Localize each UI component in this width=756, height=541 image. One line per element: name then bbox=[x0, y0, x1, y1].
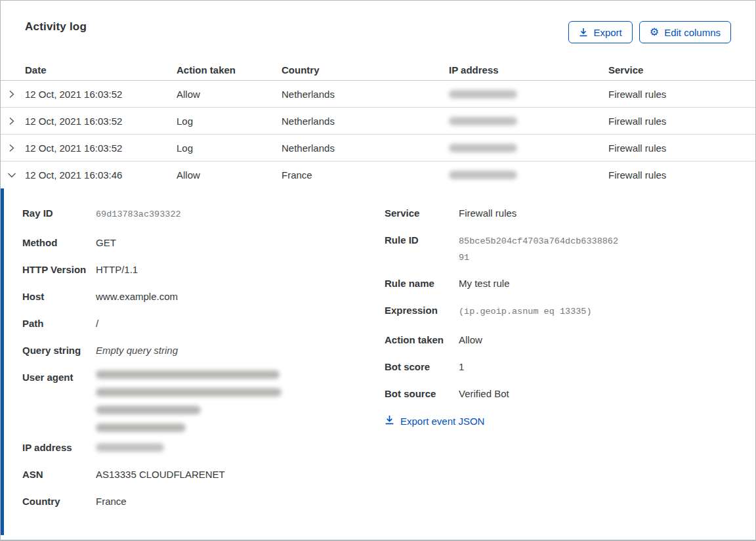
detail-label: Bot score bbox=[385, 360, 459, 374]
cell-service: Firewall rules bbox=[608, 116, 755, 127]
cell-date: 12 Oct, 2021 16:03:52 bbox=[25, 116, 177, 127]
detail-value: Allow bbox=[459, 333, 482, 347]
event-detail-panel: Ray ID 69d13783ac393322 Method GET HTTP … bbox=[1, 188, 755, 535]
detail-entry-user-agent: User agent bbox=[22, 370, 385, 432]
edit-columns-button-label: Edit columns bbox=[664, 27, 721, 38]
panel-header: Activity log Export ⚙ Edit columns bbox=[1, 1, 755, 60]
column-header-service: Service bbox=[608, 64, 755, 76]
cell-action: Allow bbox=[177, 89, 282, 100]
detail-entry-bot-score: Bot score 1 bbox=[385, 360, 736, 374]
detail-value: www.example.com bbox=[96, 290, 178, 303]
detail-value: / bbox=[96, 316, 98, 330]
detail-label: IP address bbox=[22, 441, 96, 454]
detail-label: Rule name bbox=[385, 276, 459, 290]
detail-entry-country: Country France bbox=[22, 494, 385, 508]
detail-label: Method bbox=[22, 236, 96, 249]
cell-country: Netherlands bbox=[282, 142, 449, 154]
detail-left-column: Ray ID 69d13783ac393322 Method GET HTTP … bbox=[22, 206, 385, 521]
detail-entry-method: Method GET bbox=[22, 236, 385, 249]
redacted-ip-address bbox=[449, 144, 517, 152]
export-button-label: Export bbox=[593, 27, 621, 38]
detail-right-column: Service Firewall rules Rule ID 85bce5b20… bbox=[385, 206, 736, 427]
redacted-ip-address bbox=[449, 117, 517, 125]
table-row[interactable]: 12 Oct, 2021 16:03:52 Log Netherlands Fi… bbox=[1, 108, 755, 135]
detail-value: Firewall rules bbox=[459, 206, 516, 220]
detail-value: (ip.geoip.asnum eq 13335) bbox=[459, 303, 592, 320]
cell-date: 12 Oct, 2021 16:03:46 bbox=[25, 169, 177, 181]
detail-entry-http-version: HTTP Version HTTP/1.1 bbox=[22, 263, 385, 276]
detail-entry-action-taken: Action taken Allow bbox=[385, 333, 736, 347]
detail-entry-rule-id: Rule ID 85bce5b204cf4703a764dcb633886291 bbox=[385, 233, 736, 266]
detail-entry-ray-id: Ray ID 69d13783ac393322 bbox=[22, 206, 385, 223]
table-row[interactable]: 12 Oct, 2021 16:03:52 Log Netherlands Fi… bbox=[1, 135, 755, 162]
detail-label: HTTP Version bbox=[22, 263, 96, 276]
toolbar: Export ⚙ Edit columns bbox=[568, 21, 731, 43]
activity-log-panel: Activity log Export ⚙ Edit columns Date … bbox=[0, 0, 756, 541]
cell-action: Log bbox=[177, 116, 282, 127]
download-icon bbox=[579, 28, 588, 37]
redacted-ip-address bbox=[96, 443, 164, 452]
expand-chevron-right-icon[interactable] bbox=[6, 142, 17, 154]
cell-country: France bbox=[282, 169, 449, 181]
detail-label: Expression bbox=[385, 303, 459, 317]
detail-entry-expression: Expression (ip.geoip.asnum eq 13335) bbox=[385, 303, 736, 320]
detail-entry-ip-address: IP address bbox=[22, 441, 385, 454]
cell-action: Log bbox=[177, 142, 282, 154]
detail-entry-host: Host www.example.com bbox=[22, 290, 385, 303]
detail-label: Path bbox=[22, 316, 96, 330]
detail-value: GET bbox=[96, 236, 116, 249]
column-header-action: Action taken bbox=[177, 64, 282, 76]
detail-entry-bot-source: Bot source Verified Bot bbox=[385, 387, 736, 400]
detail-label: User agent bbox=[22, 370, 96, 384]
detail-label: Rule ID bbox=[385, 233, 459, 247]
expand-chevron-right-icon[interactable] bbox=[6, 116, 17, 127]
detail-value: 1 bbox=[459, 360, 464, 374]
cell-service: Firewall rules bbox=[608, 169, 755, 181]
redacted-ip-address bbox=[449, 90, 517, 98]
export-event-json-link[interactable]: Export event JSON bbox=[385, 415, 484, 427]
detail-value: Verified Bot bbox=[459, 387, 509, 400]
export-button[interactable]: Export bbox=[568, 21, 632, 43]
column-header-ip: IP address bbox=[449, 64, 608, 76]
column-header-country: Country bbox=[282, 64, 449, 76]
detail-value: Empty query string bbox=[96, 343, 178, 357]
detail-label: Host bbox=[22, 290, 96, 303]
cell-service: Firewall rules bbox=[608, 89, 755, 100]
table-row[interactable]: 12 Oct, 2021 16:03:52 Allow Netherlands … bbox=[1, 81, 755, 108]
detail-entry-rule-name: Rule name My test rule bbox=[385, 276, 736, 290]
export-event-json-label: Export event JSON bbox=[400, 416, 484, 427]
table-header-row: Date Action taken Country IP address Ser… bbox=[1, 60, 755, 81]
cell-country: Netherlands bbox=[282, 89, 449, 100]
cell-country: Netherlands bbox=[282, 116, 449, 127]
cell-date: 12 Oct, 2021 16:03:52 bbox=[25, 89, 177, 100]
table-row-expanded[interactable]: 12 Oct, 2021 16:03:46 Allow France Firew… bbox=[1, 162, 755, 188]
detail-label: ASN bbox=[22, 467, 96, 481]
detail-label: Bot source bbox=[385, 387, 459, 400]
detail-value: My test rule bbox=[459, 276, 510, 290]
detail-value: 85bce5b204cf4703a764dcb633886291 bbox=[459, 233, 620, 266]
detail-entry-service: Service Firewall rules bbox=[385, 206, 736, 220]
detail-label: Ray ID bbox=[22, 206, 96, 220]
download-icon bbox=[385, 415, 394, 427]
expand-chevron-right-icon[interactable] bbox=[6, 89, 17, 100]
cell-service: Firewall rules bbox=[608, 142, 755, 154]
detail-value: 69d13783ac393322 bbox=[96, 206, 181, 223]
detail-entry-query-string: Query string Empty query string bbox=[22, 343, 385, 357]
detail-label: Service bbox=[385, 206, 459, 220]
gear-icon: ⚙ bbox=[650, 27, 659, 37]
detail-value: HTTP/1.1 bbox=[96, 263, 138, 276]
detail-value: France bbox=[96, 494, 127, 508]
cell-action: Allow bbox=[177, 169, 282, 181]
redacted-user-agent bbox=[96, 370, 282, 432]
detail-label: Query string bbox=[22, 343, 96, 357]
cell-date: 12 Oct, 2021 16:03:52 bbox=[25, 142, 177, 154]
detail-label: Action taken bbox=[385, 333, 459, 347]
redacted-ip-address bbox=[449, 171, 517, 179]
detail-label: Country bbox=[22, 494, 96, 508]
detail-entry-path: Path / bbox=[22, 316, 385, 330]
detail-entry-asn: ASN AS13335 CLOUDFLARENET bbox=[22, 467, 385, 481]
column-header-date: Date bbox=[25, 64, 177, 76]
collapse-chevron-down-icon[interactable] bbox=[6, 169, 18, 181]
detail-value: AS13335 CLOUDFLARENET bbox=[96, 467, 225, 481]
edit-columns-button[interactable]: ⚙ Edit columns bbox=[639, 21, 731, 43]
